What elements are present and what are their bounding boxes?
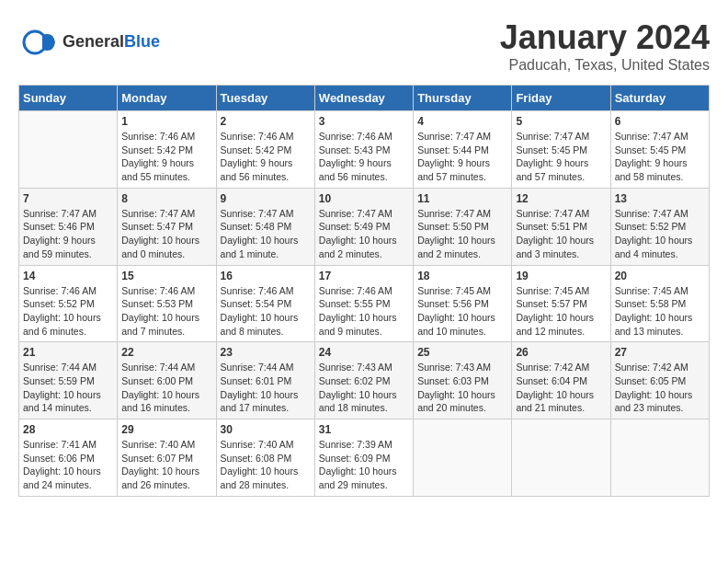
calendar-day: 1Sunrise: 7:46 AM Sunset: 5:42 PM Daylig…	[118, 111, 216, 189]
day-info: Sunrise: 7:40 AM Sunset: 6:08 PM Dayligh…	[221, 438, 311, 492]
logo: GeneralBlue	[18, 22, 160, 63]
day-number: 27	[615, 346, 705, 359]
calendar-table: SundayMondayTuesdayWednesdayThursdayFrid…	[18, 85, 710, 497]
calendar-day: 24Sunrise: 7:43 AM Sunset: 6:02 PM Dayli…	[314, 342, 413, 419]
calendar-day	[414, 419, 512, 497]
day-info: Sunrise: 7:43 AM Sunset: 6:03 PM Dayligh…	[417, 361, 507, 415]
calendar-day: 6Sunrise: 7:47 AM Sunset: 5:45 PM Daylig…	[610, 111, 709, 189]
calendar-day: 4Sunrise: 7:47 AM Sunset: 5:44 PM Daylig…	[414, 111, 512, 189]
day-info: Sunrise: 7:46 AM Sunset: 5:55 PM Dayligh…	[319, 284, 409, 339]
calendar-day: 9Sunrise: 7:47 AM Sunset: 5:48 PM Daylig…	[216, 188, 314, 265]
day-number: 18	[417, 270, 507, 282]
logo-icon	[18, 22, 59, 63]
day-info: Sunrise: 7:43 AM Sunset: 6:02 PM Dayligh…	[319, 361, 409, 415]
calendar-day: 17Sunrise: 7:46 AM Sunset: 5:55 PM Dayli…	[314, 265, 413, 342]
calendar-day: 11Sunrise: 7:47 AM Sunset: 5:50 PM Dayli…	[414, 188, 512, 265]
day-number: 4	[417, 115, 507, 128]
day-number: 16	[221, 270, 311, 282]
calendar-day: 13Sunrise: 7:47 AM Sunset: 5:52 PM Dayli…	[610, 188, 709, 265]
calendar-day: 10Sunrise: 7:47 AM Sunset: 5:49 PM Dayli…	[314, 188, 413, 265]
column-header-sunday: Sunday	[19, 86, 118, 111]
calendar-day: 25Sunrise: 7:43 AM Sunset: 6:03 PM Dayli…	[414, 342, 512, 419]
day-number: 26	[516, 346, 606, 359]
day-number: 19	[516, 270, 606, 282]
day-number: 15	[121, 270, 211, 282]
day-number: 3	[319, 115, 409, 128]
column-header-saturday: Saturday	[610, 86, 709, 111]
day-info: Sunrise: 7:46 AM Sunset: 5:42 PM Dayligh…	[221, 130, 311, 184]
calendar-day: 12Sunrise: 7:47 AM Sunset: 5:51 PM Dayli…	[512, 188, 610, 265]
page-header: GeneralBlue January 2024 Paducah, Texas,…	[18, 18, 710, 77]
day-info: Sunrise: 7:46 AM Sunset: 5:42 PM Dayligh…	[121, 130, 211, 184]
calendar-day: 21Sunrise: 7:44 AM Sunset: 5:59 PM Dayli…	[19, 342, 118, 419]
day-info: Sunrise: 7:45 AM Sunset: 5:57 PM Dayligh…	[516, 284, 606, 339]
calendar-day: 15Sunrise: 7:46 AM Sunset: 5:53 PM Dayli…	[118, 265, 216, 342]
calendar-day: 5Sunrise: 7:47 AM Sunset: 5:45 PM Daylig…	[512, 111, 610, 189]
day-number: 11	[417, 192, 507, 205]
calendar-day: 16Sunrise: 7:46 AM Sunset: 5:54 PM Dayli…	[216, 265, 314, 342]
column-header-tuesday: Tuesday	[216, 86, 314, 111]
day-number: 8	[121, 192, 211, 205]
day-number: 10	[319, 192, 409, 205]
day-info: Sunrise: 7:47 AM Sunset: 5:44 PM Dayligh…	[417, 130, 507, 184]
logo-text: GeneralBlue	[63, 33, 160, 52]
day-info: Sunrise: 7:39 AM Sunset: 6:09 PM Dayligh…	[319, 438, 409, 492]
calendar-day	[512, 419, 610, 497]
day-number: 31	[319, 423, 409, 436]
calendar-day: 14Sunrise: 7:46 AM Sunset: 5:52 PM Dayli…	[19, 265, 118, 342]
calendar-day	[19, 111, 118, 189]
calendar-day: 27Sunrise: 7:42 AM Sunset: 6:05 PM Dayli…	[610, 342, 709, 419]
calendar-week-2: 7Sunrise: 7:47 AM Sunset: 5:46 PM Daylig…	[19, 188, 710, 265]
day-number: 6	[615, 115, 705, 128]
day-number: 14	[23, 270, 113, 282]
calendar-day: 3Sunrise: 7:46 AM Sunset: 5:43 PM Daylig…	[314, 111, 413, 189]
calendar-week-3: 14Sunrise: 7:46 AM Sunset: 5:52 PM Dayli…	[19, 265, 710, 342]
day-number: 1	[121, 115, 211, 128]
day-number: 21	[23, 346, 113, 359]
day-info: Sunrise: 7:41 AM Sunset: 6:06 PM Dayligh…	[23, 438, 113, 492]
day-info: Sunrise: 7:44 AM Sunset: 6:01 PM Dayligh…	[221, 361, 311, 415]
day-number: 17	[319, 270, 409, 282]
calendar-day: 22Sunrise: 7:44 AM Sunset: 6:00 PM Dayli…	[118, 342, 216, 419]
calendar-day: 20Sunrise: 7:45 AM Sunset: 5:58 PM Dayli…	[610, 265, 709, 342]
day-number: 24	[319, 346, 409, 359]
calendar-day: 30Sunrise: 7:40 AM Sunset: 6:08 PM Dayli…	[216, 419, 314, 497]
day-number: 7	[23, 192, 113, 205]
day-info: Sunrise: 7:47 AM Sunset: 5:48 PM Dayligh…	[221, 207, 311, 261]
day-info: Sunrise: 7:46 AM Sunset: 5:52 PM Dayligh…	[23, 284, 113, 339]
calendar-day	[610, 419, 709, 497]
column-header-thursday: Thursday	[414, 86, 512, 111]
calendar-day: 18Sunrise: 7:45 AM Sunset: 5:56 PM Dayli…	[414, 265, 512, 342]
calendar-day: 2Sunrise: 7:46 AM Sunset: 5:42 PM Daylig…	[216, 111, 314, 189]
day-number: 5	[516, 115, 606, 128]
calendar-day: 8Sunrise: 7:47 AM Sunset: 5:47 PM Daylig…	[118, 188, 216, 265]
day-info: Sunrise: 7:46 AM Sunset: 5:54 PM Dayligh…	[221, 284, 311, 339]
calendar-day: 26Sunrise: 7:42 AM Sunset: 6:04 PM Dayli…	[512, 342, 610, 419]
calendar-day: 23Sunrise: 7:44 AM Sunset: 6:01 PM Dayli…	[216, 342, 314, 419]
day-info: Sunrise: 7:45 AM Sunset: 5:56 PM Dayligh…	[417, 284, 507, 339]
day-info: Sunrise: 7:44 AM Sunset: 5:59 PM Dayligh…	[23, 361, 113, 415]
day-info: Sunrise: 7:46 AM Sunset: 5:43 PM Dayligh…	[319, 130, 409, 184]
calendar-header-row: SundayMondayTuesdayWednesdayThursdayFrid…	[19, 86, 710, 111]
calendar-day: 28Sunrise: 7:41 AM Sunset: 6:06 PM Dayli…	[19, 419, 118, 497]
column-header-monday: Monday	[118, 86, 216, 111]
day-number: 30	[221, 423, 311, 436]
day-info: Sunrise: 7:47 AM Sunset: 5:45 PM Dayligh…	[516, 130, 606, 184]
day-info: Sunrise: 7:40 AM Sunset: 6:07 PM Dayligh…	[121, 438, 211, 492]
day-number: 20	[615, 270, 705, 282]
calendar-week-4: 21Sunrise: 7:44 AM Sunset: 5:59 PM Dayli…	[19, 342, 710, 419]
day-number: 28	[23, 423, 113, 436]
day-info: Sunrise: 7:47 AM Sunset: 5:52 PM Dayligh…	[615, 207, 705, 261]
day-info: Sunrise: 7:44 AM Sunset: 6:00 PM Dayligh…	[121, 361, 211, 415]
day-info: Sunrise: 7:47 AM Sunset: 5:49 PM Dayligh…	[319, 207, 409, 261]
calendar-day: 7Sunrise: 7:47 AM Sunset: 5:46 PM Daylig…	[19, 188, 118, 265]
column-header-friday: Friday	[512, 86, 610, 111]
day-number: 22	[121, 346, 211, 359]
day-info: Sunrise: 7:47 AM Sunset: 5:46 PM Dayligh…	[23, 207, 113, 261]
day-info: Sunrise: 7:42 AM Sunset: 6:04 PM Dayligh…	[516, 361, 606, 415]
day-number: 9	[221, 192, 311, 205]
column-header-wednesday: Wednesday	[314, 86, 413, 111]
calendar-day: 19Sunrise: 7:45 AM Sunset: 5:57 PM Dayli…	[512, 265, 610, 342]
day-number: 23	[221, 346, 311, 359]
day-info: Sunrise: 7:42 AM Sunset: 6:05 PM Dayligh…	[615, 361, 705, 415]
